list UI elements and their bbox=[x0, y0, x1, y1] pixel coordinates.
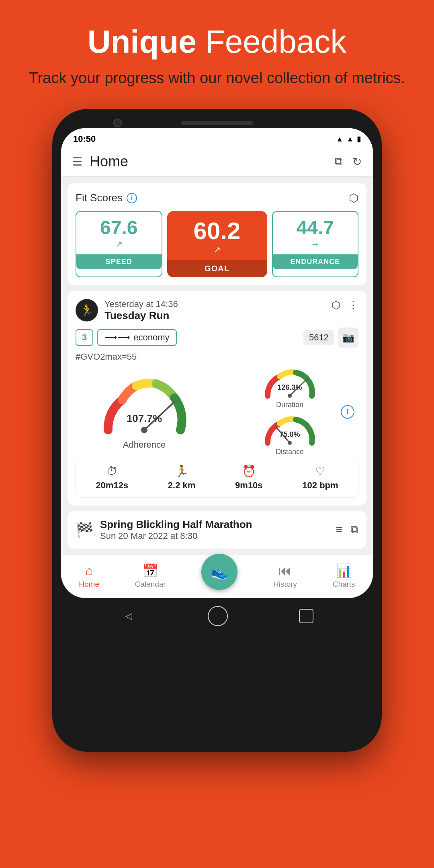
phone-top bbox=[61, 121, 373, 125]
refresh-icon[interactable]: ↻ bbox=[352, 155, 362, 168]
duration-gauge: 126.3% Duration bbox=[264, 368, 316, 409]
step-count: 5612 bbox=[303, 330, 334, 345]
endurance-arrow: → bbox=[311, 239, 319, 250]
fit-scores-title: Fit Scores i bbox=[76, 192, 137, 204]
status-bar: 10:50 ▲ ▲ ▮ bbox=[61, 128, 373, 147]
stat-pace-value: 9m10s bbox=[235, 480, 263, 491]
nav-fab[interactable]: 👟 bbox=[201, 562, 237, 590]
stat-distance-value: 2.2 km bbox=[168, 480, 196, 491]
speed-value: 67.6 bbox=[100, 218, 137, 237]
nav-history[interactable]: ⏮ History bbox=[273, 563, 297, 589]
distance-gauge-svg: 75.0% bbox=[264, 415, 316, 447]
event-actions: ≡ ⧉ bbox=[336, 523, 358, 536]
goal-label: GOAL bbox=[167, 260, 267, 277]
stat-heart-rate: ♡ 102 bpm bbox=[302, 465, 338, 491]
back-button[interactable]: ◁ bbox=[121, 608, 137, 624]
event-info: Spring Blickling Half Marathon Sun 20 Ma… bbox=[100, 518, 330, 541]
goal-value: 60.2 bbox=[194, 219, 241, 243]
recent-button[interactable] bbox=[299, 609, 313, 623]
speed-label: SPEED bbox=[76, 254, 162, 269]
duration-label: Duration bbox=[276, 401, 303, 409]
nav-calendar[interactable]: 📅 Calendar bbox=[135, 563, 166, 589]
home-nav-label: Home bbox=[79, 580, 99, 589]
activity-icon: 🏃 bbox=[76, 299, 98, 321]
goal-arrow: ↗ bbox=[213, 245, 221, 255]
event-card: 🏁 Spring Blickling Half Marathon Sun 20 … bbox=[68, 511, 366, 549]
status-icons: ▲ ▲ ▮ bbox=[336, 135, 361, 143]
pace-icon: ⏰ bbox=[242, 465, 256, 478]
app-bar: ☰ Home ⧉ ↻ bbox=[61, 147, 373, 177]
nav-home[interactable]: ⌂ Home bbox=[79, 563, 99, 589]
svg-point-4 bbox=[288, 394, 292, 398]
endurance-score-box: 44.7 → ENDURANCE bbox=[272, 211, 359, 277]
fab-icon: 👟 bbox=[211, 563, 229, 580]
event-date: Sun 20 Mar 2022 at 8:30 bbox=[100, 531, 330, 541]
home-nav-icon: ⌂ bbox=[85, 563, 93, 578]
stat-distance: 🏃 2.2 km bbox=[168, 465, 196, 491]
stats-row: ⏱ 20m12s 🏃 2.2 km ⏰ 9m10s ♡ 102 bpm bbox=[76, 458, 358, 497]
stat-time: ⏱ 20m12s bbox=[96, 465, 128, 491]
duration-gauge-svg: 126.3% bbox=[264, 368, 316, 400]
heart-icon: ♡ bbox=[315, 465, 325, 478]
calendar-nav-label: Calendar bbox=[135, 580, 166, 589]
event-flag-icon: 🏁 bbox=[76, 522, 94, 538]
stat-time-value: 20m12s bbox=[96, 480, 128, 491]
phone-speaker bbox=[181, 121, 253, 125]
event-external-icon[interactable]: ⧉ bbox=[350, 523, 358, 536]
page-title: Unique Feedback bbox=[16, 24, 418, 59]
goal-score-box: 60.2 ↗ GOAL bbox=[167, 211, 267, 277]
activity-more-icon[interactable]: ⋮ bbox=[348, 299, 358, 311]
adherence-label: Adherence bbox=[123, 440, 166, 450]
calendar-nav-icon: 📅 bbox=[142, 563, 158, 578]
tags-right: 5612 📷 bbox=[303, 328, 358, 348]
small-gauges: 126.3% Duration i bbox=[221, 368, 358, 456]
fab-button[interactable]: 👟 bbox=[201, 554, 237, 590]
stat-pace: ⏰ 9m10s bbox=[235, 465, 263, 491]
fit-scores-header: Fit Scores i ⬡ bbox=[76, 191, 358, 205]
activity-actions: ⬡ ⋮ bbox=[332, 299, 358, 311]
svg-text:126.3%: 126.3% bbox=[277, 383, 302, 391]
app-bar-right: ⧉ ↻ bbox=[335, 155, 362, 168]
tag-economy: ⟶⟶ economy bbox=[97, 329, 176, 346]
phone-camera bbox=[113, 119, 122, 127]
activity-info: Yesterday at 14:36 Tuesday Run bbox=[104, 299, 332, 322]
speed-arrow: ↗ bbox=[115, 239, 123, 250]
export-icon[interactable]: ⧉ bbox=[335, 155, 343, 168]
charts-nav-icon: 📊 bbox=[336, 563, 352, 578]
page-subtitle: Track your progress with our novel colle… bbox=[16, 68, 418, 89]
svg-point-1 bbox=[141, 427, 147, 433]
timer-icon: ⏱ bbox=[106, 465, 118, 478]
history-nav-icon: ⏮ bbox=[278, 563, 291, 578]
activity-time: Yesterday at 14:36 bbox=[104, 299, 332, 309]
event-list-icon[interactable]: ≡ bbox=[336, 523, 342, 536]
speed-score-box: 67.6 ↗ SPEED bbox=[76, 211, 162, 277]
wifi-icon: ▲ bbox=[336, 135, 343, 143]
signal-icon: ▲ bbox=[346, 135, 354, 143]
camera-icon[interactable]: 📷 bbox=[338, 328, 358, 348]
share-icon[interactable]: ⬡ bbox=[349, 191, 358, 205]
event-name: Spring Blickling Half Marathon bbox=[100, 518, 330, 531]
distance-gauge: 75.0% Distance bbox=[264, 415, 316, 456]
activity-share-icon[interactable]: ⬡ bbox=[332, 299, 341, 311]
phone-frame: 10:50 ▲ ▲ ▮ ☰ Home ⧉ ↻ bbox=[52, 109, 382, 752]
distance-label: Distance bbox=[276, 448, 304, 456]
tags-row: 3 ⟶⟶ economy 5612 📷 bbox=[76, 328, 358, 348]
activity-card: 🏃 Yesterday at 14:36 Tuesday Run ⬡ ⋮ 3 bbox=[68, 291, 366, 506]
nav-charts[interactable]: 📊 Charts bbox=[333, 563, 355, 589]
info-icon[interactable]: i bbox=[127, 193, 137, 203]
gauges-info-icon[interactable]: i bbox=[341, 405, 354, 419]
phone-bottom-nav: ◁ bbox=[61, 598, 373, 638]
menu-icon[interactable]: ☰ bbox=[72, 155, 82, 168]
home-button[interactable] bbox=[208, 606, 228, 626]
tags-left: 3 ⟶⟶ economy bbox=[76, 329, 177, 346]
adherence-gauge: 107.7% Adherence bbox=[76, 374, 213, 450]
activity-name: Tuesday Run bbox=[104, 309, 332, 322]
phone-screen: 10:50 ▲ ▲ ▮ ☰ Home ⧉ ↻ bbox=[61, 128, 373, 598]
adherence-gauge-svg: 107.7% bbox=[100, 374, 188, 438]
endurance-value: 44.7 bbox=[297, 218, 334, 237]
distance-icon: 🏃 bbox=[175, 465, 189, 478]
battery-icon: ▮ bbox=[357, 135, 361, 143]
tag-number[interactable]: 3 bbox=[76, 329, 93, 346]
gauges-row: 107.7% Adherence bbox=[76, 368, 358, 456]
fit-scores-card: Fit Scores i ⬡ 67.6 ↗ SPEED 60.2 bbox=[68, 183, 366, 285]
